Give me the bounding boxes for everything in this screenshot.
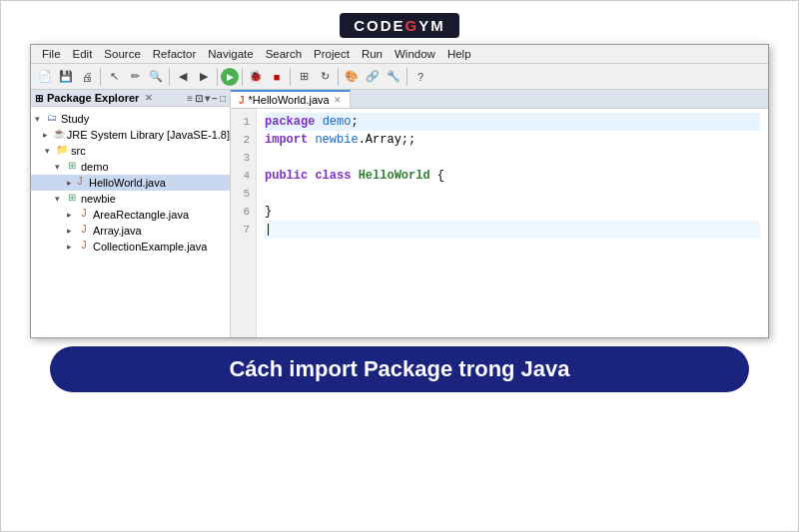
arrow-study: ▾ <box>35 114 45 124</box>
logo-area: CODEGYM <box>340 13 459 38</box>
pe-tree: ▾ 🗂 Study ▸ ☕ JRE System Library [JavaSE… <box>31 107 230 337</box>
tree-item-arearectangle[interactable]: ▸ J AreaRectangle.java <box>31 207 230 223</box>
editor-tab-helloworld[interactable]: J *HelloWorld.java ✕ <box>231 90 351 108</box>
tb-sep7 <box>406 68 407 86</box>
tree-label-study: Study <box>61 113 89 125</box>
banner-text: Cách import Package trong Java <box>229 356 569 382</box>
tree-item-study[interactable]: ▾ 🗂 Study <box>31 111 230 127</box>
tree-label-collection: CollectionExample.java <box>93 241 207 253</box>
folder-src-icon: 📁 <box>55 144 69 158</box>
menu-project[interactable]: Project <box>309 47 355 61</box>
tb-sep3 <box>217 68 218 86</box>
menu-run[interactable]: Run <box>357 47 388 61</box>
tree-item-src[interactable]: ▾ 📁 src <box>31 143 230 159</box>
tb-grid-icon[interactable]: ⊞ <box>294 67 314 87</box>
pe-header-icons: ≡ ⊡ ▾ − □ <box>187 93 226 104</box>
tb-wrench-icon[interactable]: 🔧 <box>384 67 403 87</box>
ide-body: ⊞ Package Explorer ✕ ≡ ⊡ ▾ − □ <box>31 90 768 337</box>
tb-search-toolbar-icon[interactable]: 🔍 <box>146 67 166 87</box>
pe-icon5[interactable]: □ <box>220 93 226 104</box>
tb-link-icon[interactable]: 🔗 <box>363 67 383 87</box>
tb-sep4 <box>242 68 243 86</box>
tree-item-helloworld[interactable]: ▸ J HelloWorld.java <box>31 175 230 191</box>
logo-box: CODEGYM <box>340 13 459 38</box>
tb-sep6 <box>338 68 339 86</box>
menu-refactor[interactable]: Refactor <box>148 47 201 61</box>
tree-item-demo[interactable]: ▾ ⊞ demo <box>31 159 230 175</box>
arrow-collection: ▸ <box>67 242 77 252</box>
pe-title: Package Explorer <box>47 92 139 104</box>
tree-item-jre[interactable]: ▸ ☕ JRE System Library [JavaSE-1.8] <box>31 127 230 143</box>
tb-save-icon[interactable]: 💾 <box>56 67 76 87</box>
tab-java-icon: J <box>239 95 245 106</box>
arrow-array: ▸ <box>67 226 77 236</box>
tab-close-icon[interactable]: ✕ <box>334 95 342 105</box>
tb-sep2 <box>169 68 170 86</box>
tb-debug-icon[interactable]: 🐞 <box>246 67 266 87</box>
menu-window[interactable]: Window <box>390 47 440 61</box>
tb-sep5 <box>290 68 291 86</box>
tb-help-icon[interactable]: ? <box>410 67 430 87</box>
java-collection-icon: J <box>77 240 91 254</box>
package-explorer-panel: ⊞ Package Explorer ✕ ≡ ⊡ ▾ − □ <box>31 90 231 337</box>
title-banner: Cách import Package trong Java <box>50 346 749 392</box>
menu-file[interactable]: File <box>37 47 66 61</box>
tb-fwd-icon[interactable]: ▶ <box>194 67 214 87</box>
tb-pencil-icon[interactable]: ✏ <box>125 67 145 87</box>
toolbar: 📄 💾 🖨 ↖ ✏ 🔍 ◀ ▶ ▶ 🐞 ■ ⊞ ↻ 🎨 🔗 🔧 ? <box>31 64 768 90</box>
pe-close-icon: ✕ <box>145 93 153 103</box>
ide-window: File Edit Source Refactor Navigate Searc… <box>30 44 769 338</box>
tb-sep1 <box>100 68 101 86</box>
pe-icon4[interactable]: − <box>212 93 218 104</box>
arrow-demo: ▾ <box>55 162 65 172</box>
tree-label-demo: demo <box>81 161 109 173</box>
logo-highlight: G <box>405 17 419 34</box>
arrow-src: ▾ <box>45 146 55 156</box>
tb-cursor-icon[interactable]: ↖ <box>104 67 124 87</box>
tree-label-newbie: newbie <box>81 193 116 205</box>
tb-palette-icon[interactable]: 🎨 <box>342 67 362 87</box>
tree-item-newbie[interactable]: ▾ ⊞ newbie <box>31 191 230 207</box>
tree-label-jre: JRE System Library [JavaSE-1.8] <box>67 129 230 141</box>
menu-search[interactable]: Search <box>261 47 307 61</box>
menu-source[interactable]: Source <box>99 47 145 61</box>
java-array-icon: J <box>77 224 91 238</box>
arrow-arearectangle: ▸ <box>67 210 77 220</box>
menu-bar: File Edit Source Refactor Navigate Searc… <box>31 45 768 64</box>
jre-icon: ☕ <box>52 128 64 142</box>
java-arearectangle-icon: J <box>77 208 91 222</box>
tree-label-array: Array.java <box>93 225 142 237</box>
project-icon: 🗂 <box>45 112 59 126</box>
tree-item-array[interactable]: ▸ J Array.java <box>31 223 230 239</box>
line-numbers: 1 2 3 4 5 6 7 <box>231 109 257 337</box>
tab-label: *HelloWorld.java <box>249 94 330 106</box>
tb-new-icon[interactable]: 📄 <box>35 67 55 87</box>
pe-grid-icon: ⊞ <box>35 93 43 104</box>
arrow-newbie: ▾ <box>55 194 65 204</box>
package-newbie-icon: ⊞ <box>65 192 79 206</box>
tb-stop-icon[interactable]: ■ <box>267 67 287 87</box>
pe-header: ⊞ Package Explorer ✕ ≡ ⊡ ▾ − □ <box>31 90 230 107</box>
tree-label-helloworld: HelloWorld.java <box>89 177 166 189</box>
menu-edit[interactable]: Edit <box>68 47 98 61</box>
tree-label-arearectangle: AreaRectangle.java <box>93 209 189 221</box>
tb-run-icon[interactable]: ▶ <box>221 68 239 86</box>
pe-icon3[interactable]: ▾ <box>205 93 210 104</box>
tb-back-icon[interactable]: ◀ <box>173 67 193 87</box>
tree-label-src: src <box>71 145 86 157</box>
package-demo-icon: ⊞ <box>65 160 79 174</box>
menu-help[interactable]: Help <box>442 47 476 61</box>
tb-print-icon[interactable]: 🖨 <box>77 67 97 87</box>
tb-refresh-icon[interactable]: ↻ <box>315 67 335 87</box>
pe-icon1[interactable]: ≡ <box>187 93 193 104</box>
pe-icon2[interactable]: ⊡ <box>195 93 203 104</box>
editor-tabs: J *HelloWorld.java ✕ <box>231 90 768 109</box>
menu-navigate[interactable]: Navigate <box>203 47 258 61</box>
code-area[interactable]: package demo; import newbie.Array;; publ… <box>257 109 768 337</box>
tree-item-collection[interactable]: ▸ J CollectionExample.java <box>31 239 230 255</box>
main-container: CODEGYM File Edit Source Refactor Naviga… <box>0 0 799 532</box>
editor-content[interactable]: 1 2 3 4 5 6 7 package demo; import newbi… <box>231 109 768 337</box>
code-editor: J *HelloWorld.java ✕ 1 2 3 4 5 6 7 <box>231 90 768 337</box>
java-helloworld-icon: J <box>73 176 87 190</box>
arrow-jre: ▸ <box>43 130 52 140</box>
